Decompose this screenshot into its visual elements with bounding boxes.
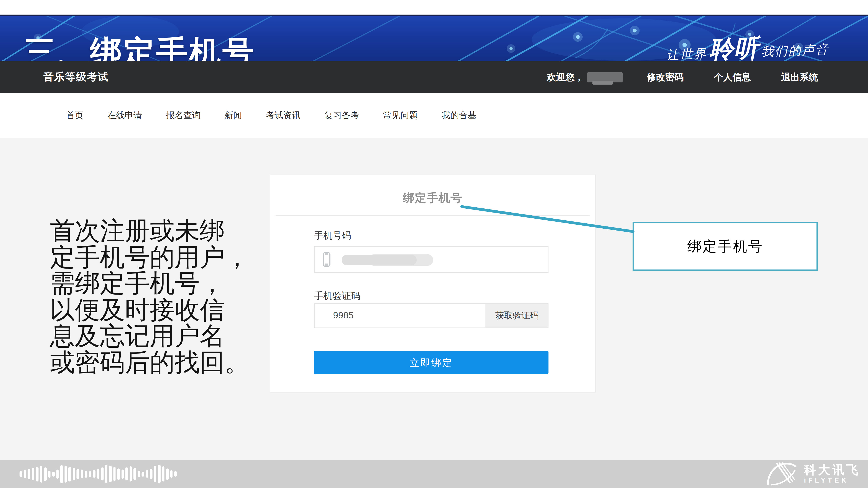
wave-bar	[150, 469, 152, 479]
wave-bar	[170, 470, 173, 478]
instruction-text: 首次注册或未绑 定手机号的用户， 需绑定手机号， 以便及时接收信 息及忘记用户名…	[50, 218, 273, 376]
nav-item-my-yinji[interactable]: 我的音基	[442, 110, 476, 121]
wave-bar	[137, 470, 140, 477]
nav-item-review-prep[interactable]: 复习备考	[324, 110, 359, 121]
iflytek-logo: 科大讯飞 iFLYTEK	[766, 460, 860, 488]
wave-bar	[76, 469, 79, 479]
phone-number-label: 手机号码	[314, 229, 351, 242]
callout-box: 绑定手机号	[632, 222, 818, 271]
card-title: 绑定手机号	[270, 190, 595, 206]
iflytek-chinese-name: 科大讯飞	[804, 464, 860, 476]
wave-bar	[40, 465, 42, 482]
wave-bar	[72, 467, 75, 480]
wave-bar	[117, 468, 120, 480]
slide-viewport: 三、绑定手机号 让世界 聆听 我们的声音	[0, 0, 868, 488]
wave-bar	[36, 466, 38, 481]
wave-bar	[93, 470, 95, 478]
wave-bar	[97, 469, 99, 479]
wave-bar	[129, 466, 132, 482]
change-password-link[interactable]: 修改密码	[647, 71, 684, 83]
phone-number-input[interactable]	[314, 246, 549, 273]
phone-number-redacted	[342, 255, 416, 265]
soundwave-logo	[20, 460, 177, 488]
bind-phone-card: 绑定手机号 手机号码 手机验证码 获取验证码 立即绑定	[270, 174, 596, 393]
wave-bar	[125, 467, 128, 480]
nav-item-exam-info[interactable]: 考试资讯	[266, 110, 301, 121]
iflytek-swoosh-icon	[766, 462, 800, 486]
wave-bar	[28, 469, 30, 479]
iflytek-wordmark: 科大讯飞 iFLYTEK	[804, 464, 860, 484]
wave-bar	[146, 470, 148, 478]
content-area: 首次注册或未绑 定手机号的用户， 需绑定手机号， 以便及时接收信 息及忘记用户名…	[0, 138, 868, 460]
logout-link[interactable]: 退出系统	[781, 71, 818, 83]
wave-bar	[105, 465, 107, 483]
wave-bar	[154, 466, 156, 482]
sms-code-row: 获取验证码	[314, 303, 549, 328]
wave-bar	[166, 468, 168, 480]
mobile-phone-icon	[323, 252, 331, 267]
wave-bar	[174, 471, 177, 477]
wave-bar	[56, 469, 59, 479]
slide: 三、绑定手机号 让世界 聆听 我们的声音	[0, 0, 868, 488]
wave-bar	[24, 470, 26, 478]
wave-bar	[109, 466, 112, 482]
wave-bar	[162, 466, 164, 482]
brand-slogan: 让世界 聆听 我们的声音	[639, 32, 856, 61]
wave-bar	[142, 471, 144, 477]
wave-bar	[32, 467, 34, 480]
slogan-post: 我们的声音	[761, 43, 829, 59]
wave-bar	[133, 468, 136, 480]
nav-item-online-apply[interactable]: 在线申请	[107, 110, 142, 121]
wave-bar	[64, 465, 67, 482]
nav-item-faq[interactable]: 常见问题	[383, 110, 418, 121]
card-divider	[276, 215, 590, 216]
site-brand: 音乐等级考试	[43, 61, 108, 93]
wave-bar	[44, 467, 46, 481]
footer: 科大讯飞 iFLYTEK	[0, 460, 868, 488]
welcome-label: 欢迎您，	[547, 71, 584, 83]
wave-bar	[89, 471, 91, 477]
get-code-button[interactable]: 获取验证码	[486, 304, 548, 327]
app-header-bar: 音乐等级考试 欢迎您， 修改密码 个人信息 退出系统	[0, 61, 868, 93]
wave-bar	[48, 470, 50, 478]
wave-bar	[20, 471, 22, 477]
wave-bar	[101, 467, 103, 480]
iflytek-english-name: iFLYTEK	[804, 477, 860, 484]
top-white-strip	[0, 0, 868, 15]
nav-item-home[interactable]: 首页	[66, 110, 84, 121]
nav-item-registration-query[interactable]: 报名查询	[166, 110, 201, 121]
personal-info-link[interactable]: 个人信息	[714, 71, 751, 83]
wave-bar	[158, 465, 160, 483]
wave-bar	[121, 469, 124, 479]
wave-bar	[52, 471, 55, 477]
wave-bar	[68, 466, 71, 481]
user-menu: 欢迎您， 修改密码 个人信息 退出系统	[547, 61, 818, 93]
sms-code-label: 手机验证码	[314, 290, 361, 302]
wave-bar	[113, 467, 116, 481]
sms-code-input[interactable]	[315, 304, 486, 327]
wave-bar	[85, 470, 87, 478]
nav-item-news[interactable]: 新闻	[225, 110, 242, 121]
username-redacted	[587, 72, 623, 82]
banner: 三、绑定手机号 让世界 聆听 我们的声音	[0, 15, 868, 61]
slogan-pre: 让世界	[666, 47, 707, 61]
slogan-calligraphy: 让世界 聆听 我们的声音	[639, 28, 857, 61]
wave-bar	[81, 469, 83, 478]
callout-label: 绑定手机号	[687, 237, 764, 256]
main-nav: 首页 在线申请 报名查询 新闻 考试资讯 复习备考 常见问题 我的音基	[0, 93, 868, 138]
bind-now-button[interactable]: 立即绑定	[314, 351, 549, 375]
wave-bar	[60, 465, 63, 483]
page-title: 三、绑定手机号	[24, 36, 256, 61]
